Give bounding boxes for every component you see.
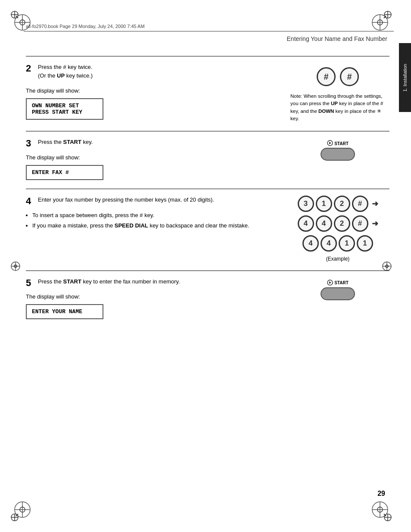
step3-header: 3 Press the START key. <box>26 138 286 150</box>
key-4a: 4 <box>298 215 314 232</box>
step2-right: # # Note: When scrolling through the set… <box>286 63 389 122</box>
step2-header: 2 Press the # key twice. (Or the UP key … <box>26 63 286 83</box>
arrow-2: ➜ <box>372 219 378 228</box>
step3-text: Press the START key. <box>38 138 286 146</box>
step5-bold: START <box>63 278 81 285</box>
step-4-section: 4 Enter your fax number by pressing the … <box>26 189 389 262</box>
svg-marker-41 <box>329 142 331 144</box>
key-hash-a: # <box>352 196 368 212</box>
key-1b: 1 <box>357 235 373 252</box>
step4-bullet1: To insert a space between digits, press … <box>32 212 286 219</box>
step3-bold: START <box>63 139 81 145</box>
step5-header: 5 Press the START key to enter the fax n… <box>26 277 286 289</box>
step4-row: 4 Enter your fax number by pressing the … <box>26 196 389 262</box>
key-2b: 2 <box>334 215 350 232</box>
step3-right: START <box>286 138 389 180</box>
arrow-1: ➜ <box>372 199 378 208</box>
step3-start-text: START <box>334 141 349 146</box>
step4-text: Enter your fax number by pressing the nu… <box>38 196 286 204</box>
step3-start-key: START <box>321 140 355 161</box>
step2-text2: (Or the UP key twice.) <box>38 72 93 79</box>
key-hash-b: # <box>352 215 368 232</box>
step4-seq1: 3 1 2 # ➜ <box>298 196 378 212</box>
key-3: 3 <box>298 196 314 212</box>
step3-content: Press the START key. <box>38 138 286 150</box>
hash-key-2: # <box>340 67 359 86</box>
step-3-section: 3 Press the START key. The display will … <box>26 131 389 180</box>
step4-header: 4 Enter your fax number by pressing the … <box>26 196 286 208</box>
step3-row: 3 Press the START key. The display will … <box>26 138 389 180</box>
step5-start-button <box>321 287 355 300</box>
step3-number: 3 <box>26 138 34 149</box>
step4-right: 3 1 2 # ➜ 4 4 2 # ➜ 4 4 1 <box>286 196 389 262</box>
step5-start-label: START <box>327 280 349 286</box>
step5-right: START <box>286 277 389 320</box>
step4-divider <box>26 189 389 189</box>
corner-bl <box>9 501 31 523</box>
step2-number: 2 <box>26 63 34 74</box>
step2-display-label: The display will show: <box>26 87 286 94</box>
key-4b: 4 <box>316 215 332 232</box>
step4-bullet2: If you make a mistake, press the SPEED D… <box>32 222 286 230</box>
step3-display-box: ENTER FAX # <box>26 165 103 180</box>
key-1: 1 <box>316 196 332 212</box>
step2-divider <box>26 56 389 56</box>
step3-left: 3 Press the START key. The display will … <box>26 138 286 180</box>
page-number: 29 <box>377 490 385 498</box>
key-4d: 4 <box>321 235 337 252</box>
crosshair-left <box>9 260 22 272</box>
corner-tr <box>371 9 393 31</box>
key-4c: 4 <box>302 235 319 252</box>
page-title: Entering Your Name and Fax Number <box>287 35 387 42</box>
key-2: 2 <box>334 196 350 212</box>
key-1a: 1 <box>339 235 355 252</box>
step5-text: Press the START key to enter the fax num… <box>38 277 286 286</box>
step5-row: 5 Press the START key to enter the fax n… <box>26 277 389 320</box>
svg-marker-43 <box>329 281 331 284</box>
side-tab: 1. Installation <box>399 43 411 112</box>
step2-note-text: Note: When scrolling through the setting… <box>290 93 383 121</box>
step5-left: 5 Press the START key to enter the fax n… <box>26 277 286 320</box>
step5-divider <box>26 271 389 271</box>
main-content: 2 Press the # key twice. (Or the UP key … <box>26 56 389 480</box>
step2-display-box: OWN NUMBER SETPRESS START KEY <box>26 98 103 120</box>
step4-bullet-list: To insert a space between digits, press … <box>32 212 286 230</box>
step5-display-label: The display will show: <box>26 293 286 300</box>
header-divider <box>24 31 394 31</box>
step-2-section: 2 Press the # key twice. (Or the UP key … <box>26 56 389 122</box>
step2-row: 2 Press the # key twice. (Or the UP key … <box>26 63 389 122</box>
step4-number: 4 <box>26 196 34 207</box>
step3-start-button <box>321 148 355 161</box>
step4-speed-dial-bold: SPEED DIAL <box>115 222 148 229</box>
step5-start-arrow-icon <box>327 280 333 286</box>
step5-number: 5 <box>26 277 34 289</box>
step2-text-main: Press the # key twice. <box>38 64 92 70</box>
step4-seq3: 4 4 1 1 <box>302 235 373 252</box>
step3-display-label: The display will show: <box>26 154 286 161</box>
step2-content: Press the # key twice. (Or the UP key tw… <box>38 63 286 83</box>
step2-text: Press the # key twice. (Or the UP key tw… <box>38 63 286 80</box>
step2-keys: # # <box>317 67 359 86</box>
step2-bold: UP <box>57 72 65 79</box>
step4-content: Enter your fax number by pressing the nu… <box>38 196 286 208</box>
step2-left: 2 Press the # key twice. (Or the UP key … <box>26 63 286 122</box>
step2-note: Note: When scrolling through the setting… <box>290 93 385 122</box>
step-5-section: 5 Press the START key to enter the fax n… <box>26 271 389 320</box>
step5-content: Press the START key to enter the fax num… <box>38 277 286 289</box>
step5-start-text: START <box>334 280 349 285</box>
file-info: all-fo2970.book Page 29 Monday, July 24,… <box>26 24 145 29</box>
hash-key-1: # <box>317 67 336 86</box>
step4-example: (Example) <box>326 256 350 262</box>
step3-divider <box>26 131 389 131</box>
step5-display-box: ENTER YOUR NAME <box>26 304 103 319</box>
step3-start-label: START <box>327 140 349 147</box>
corner-br <box>371 501 393 523</box>
step4-left: 4 Enter your fax number by pressing the … <box>26 196 286 262</box>
side-tab-label: 1. Installation <box>402 64 408 92</box>
step5-start-key: START <box>321 280 355 300</box>
step3-start-arrow-icon <box>327 140 333 147</box>
step4-seq2: 4 4 2 # ➜ <box>298 215 378 232</box>
